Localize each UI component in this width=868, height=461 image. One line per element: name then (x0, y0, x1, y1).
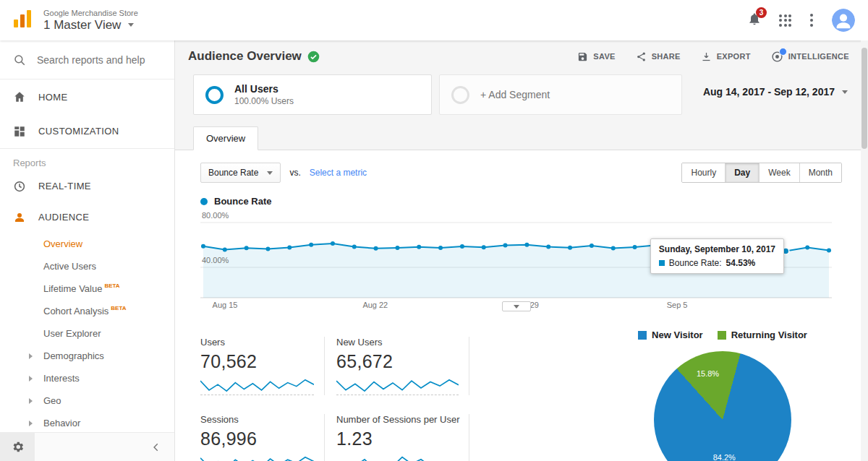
account-view-selector[interactable]: Google Merchandise Store 1 Master View (43, 9, 138, 33)
chart-legend: Bounce Rate (175, 188, 868, 207)
pie-slice-label: 84.2% (713, 453, 736, 461)
notifications-button[interactable]: 3 (747, 12, 762, 29)
reports-section-label: Reports (0, 149, 174, 171)
sidebar-item-lifetime-value[interactable]: Lifetime Value BETA (0, 277, 174, 300)
pie-legend: New Visitor Returning Visitor (638, 329, 807, 340)
pie-legend-swatch (638, 331, 647, 340)
home-icon (13, 90, 26, 103)
sidebar-subitem-label: Lifetime Value (43, 283, 102, 294)
sidebar-item-label: REAL-TIME (38, 181, 91, 191)
sidebar-subitem-label: Active Users (43, 261, 96, 272)
expand-caret-icon (29, 353, 33, 359)
tab-overview[interactable]: Overview (193, 126, 258, 150)
search-input[interactable]: Search reports and help (0, 40, 174, 79)
x-axis-tick: Sep 5 (667, 301, 688, 309)
granularity-toggle: Hourly Day Week Month (681, 163, 842, 183)
sparkline (336, 374, 459, 395)
visitor-type-section: New Visitor Returning Visitor 15.8% 84.2… (603, 329, 842, 461)
add-segment-button[interactable]: + Add Segment (439, 74, 682, 115)
visitor-type-pie-chart[interactable]: 15.8% 84.2% (654, 351, 791, 461)
person-icon (13, 211, 26, 224)
avatar[interactable] (832, 9, 855, 32)
sidebar-item-behavior[interactable]: Behavior (0, 412, 174, 434)
expand-caret-icon (29, 421, 33, 426)
admin-settings-button[interactable] (0, 433, 35, 461)
chart-expand-handle[interactable] (502, 301, 531, 311)
sidebar-item-audience[interactable]: AUDIENCE (0, 202, 174, 233)
sidebar-subitem-label: Interests (43, 373, 80, 384)
action-label: SAVE (593, 52, 615, 61)
pie-legend-swatch (718, 331, 726, 340)
tooltip-swatch-icon (659, 260, 665, 266)
report-content: Bounce Rate vs. Select a metric Hourly D… (175, 150, 868, 461)
scorecard-sessions-per-user[interactable]: Number of Sessions per User 1.23 (325, 414, 469, 461)
chart-tooltip: Sunday, September 10, 2017 Bounce Rate: … (650, 238, 784, 274)
sidebar-subitem-label: Cohort Analysis (43, 306, 109, 316)
sidebar-item-user-explorer[interactable]: User Explorer (0, 322, 174, 345)
search-placeholder: Search reports and help (37, 54, 145, 66)
sidebar-footer (0, 432, 174, 461)
scorecard-users[interactable]: Users 70,562 (200, 337, 325, 395)
pie-slice-label: 15.8% (697, 369, 719, 378)
export-button[interactable]: EXPORT (701, 51, 751, 62)
segment-all-users[interactable]: All Users 100.00% Users (193, 74, 432, 115)
report-header: Audience Overview SAVE (175, 40, 868, 72)
sidebar-item-customization[interactable]: CUSTOMIZATION (0, 114, 174, 149)
scorecard-label: Sessions (200, 414, 314, 425)
customization-icon (13, 125, 26, 138)
gear-icon (11, 440, 25, 454)
legend-new-visitor[interactable]: New Visitor (638, 329, 703, 340)
sidebar-item-active-users[interactable]: Active Users (0, 255, 174, 277)
sidebar-item-cohort-analysis[interactable]: Cohort Analysis BETA (0, 300, 174, 322)
legend-returning-visitor[interactable]: Returning Visitor (718, 329, 807, 340)
apps-grid-icon[interactable] (779, 14, 791, 27)
legend-entry-label: New Visitor (652, 329, 703, 340)
vs-label: vs. (289, 168, 300, 178)
sidebar-item-interests[interactable]: Interests (0, 367, 174, 389)
intelligence-button[interactable]: INTELLIGENCE (771, 51, 849, 63)
analytics-logo-icon[interactable] (12, 8, 33, 33)
sparkline (336, 451, 459, 461)
intelligence-badge (779, 48, 787, 56)
granularity-month-button[interactable]: Month (799, 163, 841, 182)
sidebar-item-home[interactable]: HOME (0, 79, 174, 114)
add-segment-label: + Add Segment (480, 89, 550, 100)
sidebar-item-overview[interactable]: Overview (0, 233, 174, 255)
granularity-week-button[interactable]: Week (759, 163, 799, 182)
page-title: Audience Overview (188, 49, 302, 64)
sparkline (200, 374, 314, 395)
select-metric-link[interactable]: Select a metric (310, 168, 367, 178)
save-button[interactable]: SAVE (577, 51, 615, 62)
scorecard-sessions[interactable]: Sessions 86,996 (200, 414, 325, 461)
date-range-text: Aug 14, 2017 - Sep 12, 2017 (703, 86, 835, 98)
legend-dot-icon (200, 198, 208, 205)
date-range-picker[interactable]: Aug 14, 2017 - Sep 12, 2017 (703, 86, 848, 98)
topbar: Google Merchandise Store 1 Master View 3 (0, 0, 868, 40)
bounce-rate-chart[interactable]: 80.00% 40.00% Aug 15 Aug 22 Aug 29 Sep 5… (200, 210, 832, 312)
sidebar-item-demographics[interactable]: Demographics (0, 345, 174, 367)
collapse-sidebar-button[interactable] (151, 442, 161, 452)
sidebar: Search reports and help HOME CUSTOMIZATI… (0, 40, 175, 461)
sidebar-item-label: HOME (38, 92, 68, 103)
legend-entry-label: Returning Visitor (731, 329, 807, 340)
legend-label: Bounce Rate (214, 196, 271, 207)
chevron-down-icon (267, 171, 273, 175)
action-label: SHARE (652, 52, 681, 61)
granularity-hourly-button[interactable]: Hourly (682, 163, 725, 182)
scorecard-new-users[interactable]: New Users 65,672 (325, 337, 469, 395)
save-icon (577, 51, 588, 62)
granularity-day-button[interactable]: Day (725, 163, 759, 182)
sidebar-item-geo[interactable]: Geo (0, 389, 174, 412)
notification-badge: 3 (756, 7, 767, 18)
more-options-icon[interactable] (809, 12, 814, 28)
sidebar-item-realtime[interactable]: REAL-TIME (0, 171, 174, 202)
expand-caret-icon (29, 398, 33, 404)
main-content: Audience Overview SAVE (175, 40, 868, 461)
tooltip-date: Sunday, September 10, 2017 (659, 244, 775, 254)
scorecards: Users 70,562 New Users 65,672 Sessions 8… (200, 337, 469, 461)
metric-selector-value: Bounce Rate (208, 168, 258, 178)
share-button[interactable]: SHARE (636, 51, 681, 62)
scrollbar-thumb[interactable] (861, 48, 867, 149)
metric-selector-dropdown[interactable]: Bounce Rate (200, 163, 281, 183)
search-icon (13, 53, 26, 66)
